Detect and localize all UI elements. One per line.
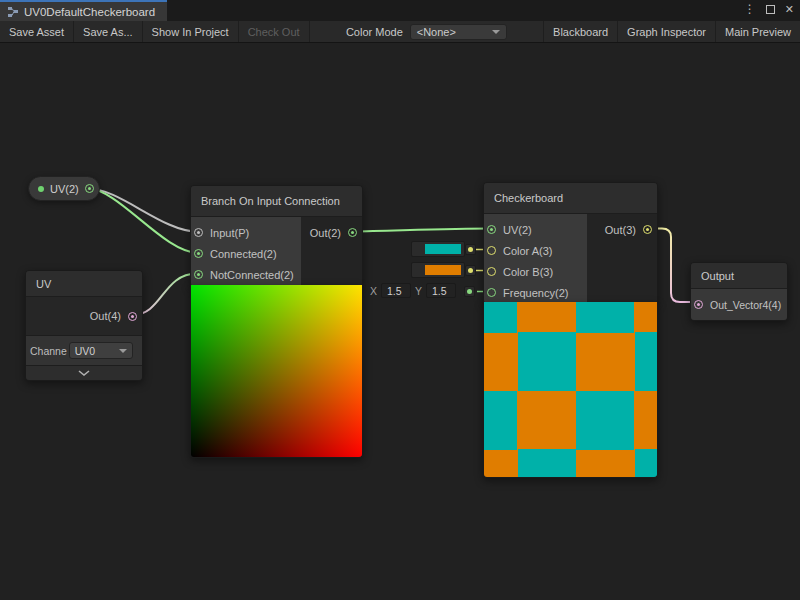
frequency-connector-dot <box>467 289 472 294</box>
branch-node-body: Input(P) Connected(2) NotConnected(2) Ou… <box>191 217 362 286</box>
uv-node-title: UV <box>36 278 51 290</box>
uv-preview-toggle[interactable] <box>26 365 142 380</box>
port-label-out-vector4: Out_Vector4(4) <box>710 299 781 311</box>
port-label-color-a: Color A(3) <box>503 245 553 257</box>
port-label-input-p: Input(P) <box>210 227 249 239</box>
channel-dropdown[interactable]: UV0 <box>69 342 133 359</box>
branch-port-row-notconnected: NotConnected(2) <box>191 264 301 285</box>
port-color-a[interactable] <box>487 246 496 255</box>
port-label-connected: Connected(2) <box>210 248 277 260</box>
tab-title: UV0DefaultCheckerboard <box>24 6 155 18</box>
color-mode-group: Color Mode <None> <box>342 21 511 42</box>
close-icon[interactable]: ✕ <box>785 4 794 15</box>
port-connected[interactable] <box>194 249 203 258</box>
tab-uv0defaultcheckerboard[interactable]: UV0DefaultCheckerboard <box>0 0 167 21</box>
tab-bar: UV0DefaultCheckerboard ⋮ ✕ <box>0 0 800 21</box>
port-color-b[interactable] <box>487 267 496 276</box>
graph-canvas[interactable]: UV(2) Branch On Input Connection Input(P… <box>0 43 800 600</box>
checkerboard-input-panel: UV(2) Color A(3) Color B(3) Frequency(2) <box>484 214 587 303</box>
port-notconnected[interactable] <box>194 270 203 279</box>
checkerboard-port-row-color-a: Color A(3) <box>484 240 587 261</box>
output-node-header[interactable]: Output <box>691 263 787 289</box>
save-as-button[interactable]: Save As... <box>74 21 143 42</box>
checkerboard-preview <box>483 302 658 478</box>
checkerboard-port-row-frequency: Frequency(2) <box>484 282 587 303</box>
graph-inspector-button[interactable]: Graph Inspector <box>617 21 715 42</box>
toolbar-spacer-left <box>310 21 342 42</box>
toolbar: Save Asset Save As... Show In Project Ch… <box>0 21 800 43</box>
port-branch-out[interactable] <box>348 228 357 237</box>
port-label-out4: Out(4) <box>90 310 121 322</box>
checkerboard-node-body: UV(2) Color A(3) Color B(3) Frequency(2) <box>484 214 657 303</box>
frequency-x-input[interactable]: 1.5 <box>381 283 411 298</box>
node-output[interactable]: Output Out_Vector4(4) <box>690 262 788 321</box>
output-port-row: Out_Vector4(4) <box>691 289 787 320</box>
checkerboard-node-title: Checkerboard <box>494 192 563 204</box>
branch-port-row-connected: Connected(2) <box>191 243 301 264</box>
port-out-vector4[interactable] <box>694 300 703 309</box>
maximize-icon[interactable] <box>766 5 775 14</box>
check-out-button: Check Out <box>239 21 310 42</box>
frequency-y-label: Y <box>415 285 422 297</box>
color-b-swatch[interactable] <box>411 262 465 278</box>
checkerboard-port-row-uv: UV(2) <box>484 219 587 240</box>
port-checker-uv[interactable] <box>487 225 496 234</box>
branch-node-header[interactable]: Branch On Input Connection <box>191 186 362 217</box>
checkerboard-output-panel: Out(3) <box>587 214 657 303</box>
checkerboard-node-header[interactable]: Checkerboard <box>484 183 657 214</box>
port-label-notconnected: NotConnected(2) <box>210 269 294 281</box>
frequency-fields: X 1.5 Y 1.5 <box>370 283 456 298</box>
port-uv-out4[interactable] <box>128 312 137 321</box>
color-b-connector-dot <box>468 268 473 273</box>
color-mode-dropdown[interactable]: <None> <box>410 24 507 40</box>
toolbar-spacer-right <box>511 21 543 42</box>
checkerboard-port-row-out: Out(3) <box>587 219 657 240</box>
color-b-fill <box>425 265 461 275</box>
frequency-y-input[interactable]: 1.5 <box>426 283 456 298</box>
collapse-chevron-icon <box>78 370 90 376</box>
color-a-connector-dot <box>468 247 473 252</box>
edge-uv-to-input <box>88 189 197 232</box>
kebab-menu-icon[interactable]: ⋮ <box>744 3 756 15</box>
color-a-swatch[interactable] <box>411 241 465 257</box>
port-label-checker-uv: UV(2) <box>503 224 532 236</box>
color-a-connector <box>465 244 476 255</box>
blackboard-button[interactable]: Blackboard <box>543 21 617 42</box>
port-uv-property-out[interactable] <box>85 184 94 193</box>
chevron-down-icon <box>492 30 500 34</box>
uv-node-out-row: Out(4) <box>26 297 142 335</box>
node-checkerboard[interactable]: Checkerboard UV(2) Color A(3) Color B(3) <box>483 182 658 304</box>
channel-value: UV0 <box>75 345 95 357</box>
color-mode-value: <None> <box>417 26 456 38</box>
save-asset-button[interactable]: Save Asset <box>0 21 74 42</box>
branch-input-panel: Input(P) Connected(2) NotConnected(2) <box>191 217 301 286</box>
port-checker-out[interactable] <box>643 225 652 234</box>
edge-uv-to-connected <box>88 189 197 253</box>
node-uv[interactable]: UV Out(4) Channe UV0 <box>25 270 143 381</box>
frequency-connector <box>464 286 475 297</box>
toolbar-right-group: Blackboard Graph Inspector Main Preview <box>543 21 800 42</box>
color-b-connector <box>465 265 476 276</box>
port-input-p[interactable] <box>194 228 203 237</box>
shader-graph-icon <box>7 6 19 18</box>
port-label-out2: Out(2) <box>310 227 341 239</box>
uv-channel-row: Channe UV0 <box>26 335 142 365</box>
node-branch-on-input-connection[interactable]: Branch On Input Connection Input(P) Conn… <box>190 185 363 287</box>
output-node-title: Output <box>701 270 734 282</box>
property-label: UV(2) <box>50 183 79 195</box>
shader-graph-window: UV0DefaultCheckerboard ⋮ ✕ Save Asset Sa… <box>0 0 800 600</box>
node-uv-property[interactable]: UV(2) <box>28 176 100 201</box>
color-a-fill <box>425 244 461 254</box>
uv-node-header[interactable]: UV <box>26 271 142 297</box>
color-mode-label: Color Mode <box>346 26 403 38</box>
show-in-project-button[interactable]: Show In Project <box>143 21 239 42</box>
property-dot-icon <box>38 186 44 192</box>
port-frequency[interactable] <box>487 288 496 297</box>
branch-output-panel: Out(2) <box>301 217 362 286</box>
checkerboard-port-row-color-b: Color B(3) <box>484 261 587 282</box>
branch-node-title: Branch On Input Connection <box>201 195 340 207</box>
main-preview-button[interactable]: Main Preview <box>715 21 800 42</box>
chevron-down-icon <box>119 349 127 353</box>
edge-branch-to-checkerboard <box>352 229 491 232</box>
port-label-frequency: Frequency(2) <box>503 287 568 299</box>
